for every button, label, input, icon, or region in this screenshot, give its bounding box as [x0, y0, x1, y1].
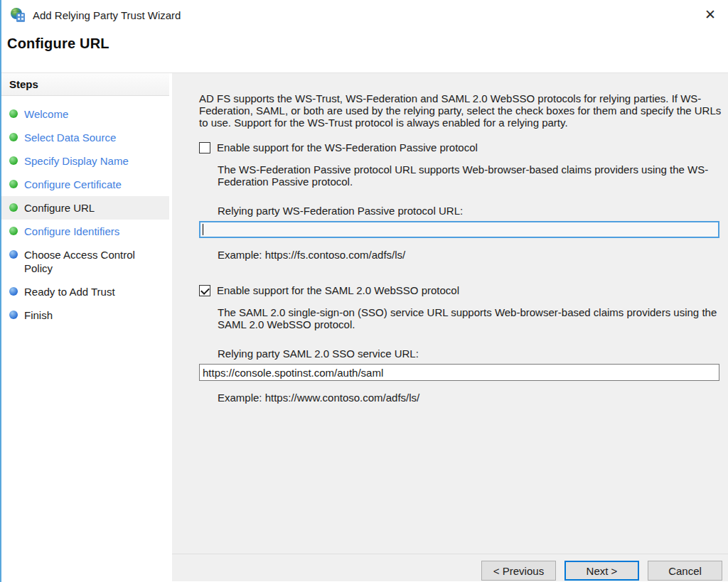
- window-edge: [0, 0, 1, 582]
- text-caret: [203, 224, 203, 235]
- wsfed-url-label: Relying party WS-Federation Passive prot…: [218, 205, 724, 217]
- main-pane: AD FS supports the WS-Trust, WS-Federati…: [172, 73, 728, 581]
- steps-list: WelcomeSelect Data SourceSpecify Display…: [0, 96, 169, 327]
- step-label: Specify Display Name: [24, 154, 129, 168]
- step-label: Configure Certificate: [24, 178, 122, 191]
- step-bullet-icon: [9, 203, 18, 212]
- step-label: Configure Identifiers: [24, 225, 119, 238]
- step-label: Configure URL: [24, 201, 95, 215]
- step-label: Ready to Add Trust: [24, 285, 115, 298]
- step-label: Choose Access Control Policy: [24, 248, 151, 275]
- wsfed-checkbox[interactable]: [199, 142, 210, 153]
- next-button[interactable]: Next >: [564, 561, 639, 581]
- step-bullet-icon: [9, 250, 18, 259]
- sidebar-item-configure-url: Configure URL: [0, 196, 169, 220]
- step-bullet-icon: [9, 133, 18, 141]
- sidebar-item-finish: Finish: [0, 303, 169, 327]
- saml-url-label: Relying party SAML 2.0 SSO service URL:: [218, 347, 724, 360]
- steps-sidebar: Steps WelcomeSelect Data SourceSpecify D…: [0, 73, 169, 581]
- button-bar: < Previous Next > Cancel: [172, 554, 728, 581]
- saml-checkbox-label[interactable]: Enable support for the SAML 2.0 WebSSO p…: [217, 284, 459, 296]
- step-bullet-icon: [9, 156, 18, 165]
- steps-header: Steps: [0, 73, 169, 96]
- sidebar-item-welcome[interactable]: Welcome: [0, 102, 169, 126]
- step-bullet-icon: [9, 109, 18, 118]
- step-label: Welcome: [24, 107, 68, 121]
- step-bullet-icon: [9, 227, 18, 235]
- wsfed-url-input[interactable]: [199, 221, 719, 238]
- wsfed-checkbox-label[interactable]: Enable support for the WS-Federation Pas…: [217, 141, 478, 153]
- step-bullet-icon: [9, 311, 18, 319]
- wsfed-description: The WS-Federation Passive protocol URL s…: [218, 163, 724, 188]
- previous-button[interactable]: < Previous: [481, 561, 556, 581]
- saml-url-input[interactable]: [199, 364, 719, 381]
- titlebar: Add Relying Party Trust Wizard ✕: [7, 0, 728, 30]
- sidebar-item-ready-to-add-trust: Ready to Add Trust: [0, 280, 169, 303]
- step-bullet-icon: [9, 287, 18, 296]
- saml-checkbox[interactable]: [199, 285, 210, 296]
- wizard-header: Add Relying Party Trust Wizard ✕ Configu…: [0, 0, 728, 73]
- step-label: Select Data Source: [24, 131, 116, 144]
- wsfed-example: Example: https://fs.contoso.com/adfs/ls/: [218, 249, 724, 261]
- close-icon[interactable]: ✕: [701, 6, 719, 24]
- sidebar-item-configure-certificate[interactable]: Configure Certificate: [0, 173, 169, 196]
- adfs-globe-icon: [10, 7, 26, 23]
- sidebar-item-specify-display-name[interactable]: Specify Display Name: [0, 149, 169, 173]
- step-label: Finish: [24, 308, 53, 322]
- window-title: Add Relying Party Trust Wizard: [33, 9, 181, 21]
- cancel-button[interactable]: Cancel: [648, 561, 722, 581]
- step-bullet-icon: [9, 180, 18, 188]
- sidebar-item-choose-access-control-policy: Choose Access Control Policy: [0, 243, 169, 280]
- saml-description: The SAML 2.0 single-sign-on (SSO) servic…: [218, 306, 724, 330]
- saml-example: Example: https://www.contoso.com/adfs/ls…: [218, 392, 724, 404]
- page-title: Configure URL: [7, 36, 728, 52]
- sidebar-item-select-data-source[interactable]: Select Data Source: [0, 126, 169, 149]
- sidebar-item-configure-identifiers[interactable]: Configure Identifiers: [0, 220, 169, 243]
- intro-text: AD FS supports the WS-Trust, WS-Federati…: [199, 92, 724, 129]
